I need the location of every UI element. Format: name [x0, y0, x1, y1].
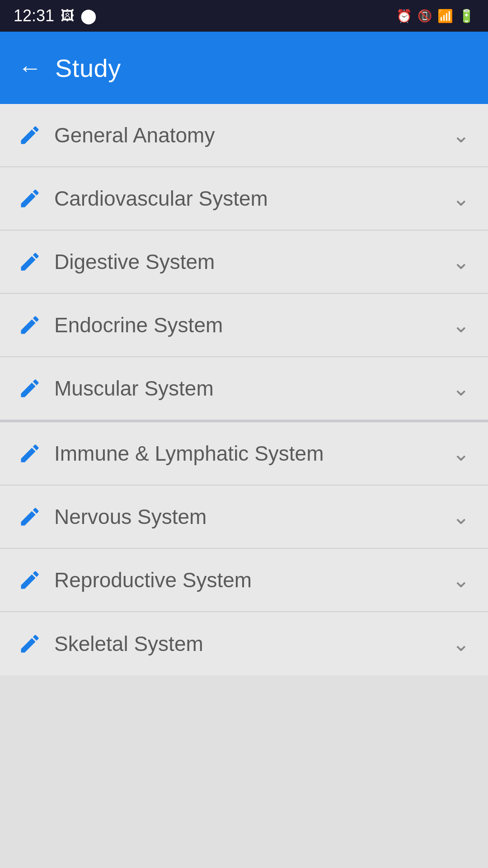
edit-icon-digestive-system [18, 250, 42, 274]
list-item-left-reproductive-system: Reproductive System [18, 568, 252, 592]
circle-icon: ⬤ [80, 7, 97, 24]
chevron-down-icon-cardiovascular-system: ⌄ [452, 186, 470, 211]
list-item-left-cardiovascular-system: Cardiovascular System [18, 186, 268, 211]
list-item-left-digestive-system: Digestive System [18, 250, 215, 274]
list-item-label-muscular-system: Muscular System [54, 376, 214, 401]
list-item-skeletal-system[interactable]: Skeletal System ⌄ [0, 612, 488, 675]
list-item-label-cardiovascular-system: Cardiovascular System [54, 186, 268, 211]
alarm-icon: ⏰ [396, 9, 412, 24]
signal-icon: 📶 [437, 9, 453, 24]
list-item-general-anatomy[interactable]: General Anatomy ⌄ [0, 104, 488, 167]
status-bar-right: ⏰ 📵 📶 🔋 [396, 9, 474, 24]
list-item-left-muscular-system: Muscular System [18, 376, 214, 401]
edit-icon-immune-lymphatic-system [18, 442, 42, 465]
chevron-down-icon-skeletal-system: ⌄ [452, 632, 470, 656]
edit-icon-nervous-system [18, 505, 42, 528]
chevron-down-icon-immune-lymphatic-system: ⌄ [452, 441, 470, 466]
list-item-label-general-anatomy: General Anatomy [54, 123, 215, 147]
image-icon: 🖼 [61, 8, 74, 24]
edit-icon-reproductive-system [18, 568, 42, 592]
list-item-left-nervous-system: Nervous System [18, 505, 206, 529]
list-item-nervous-system[interactable]: Nervous System ⌄ [0, 486, 488, 549]
chevron-down-icon-muscular-system: ⌄ [452, 376, 470, 401]
list-item-muscular-system[interactable]: Muscular System ⌄ [0, 357, 488, 420]
back-button[interactable]: ← [18, 56, 42, 80]
edit-icon-cardiovascular-system [18, 187, 42, 210]
list-item-label-nervous-system: Nervous System [54, 505, 206, 529]
signal-x-icon: 📵 [418, 9, 432, 23]
edit-icon-muscular-system [18, 377, 42, 400]
list-item-label-skeletal-system: Skeletal System [54, 632, 203, 656]
list-item-left-immune-lymphatic-system: Immune & Lymphatic System [18, 441, 324, 466]
list-item-immune-lymphatic-system[interactable]: Immune & Lymphatic System ⌄ [0, 422, 488, 486]
list-item-label-immune-lymphatic-system: Immune & Lymphatic System [54, 441, 324, 466]
status-bar: 12:31 🖼 ⬤ ⏰ 📵 📶 🔋 [0, 0, 488, 32]
list-item-endocrine-system[interactable]: Endocrine System ⌄ [0, 294, 488, 357]
status-bar-left: 12:31 🖼 ⬤ [14, 6, 97, 25]
battery-icon: 🔋 [459, 9, 474, 24]
chevron-down-icon-endocrine-system: ⌄ [452, 313, 470, 337]
list-item-label-reproductive-system: Reproductive System [54, 568, 252, 592]
list-item-digestive-system[interactable]: Digestive System ⌄ [0, 231, 488, 294]
study-list: General Anatomy ⌄ Cardiovascular System … [0, 104, 488, 675]
list-item-label-endocrine-system: Endocrine System [54, 313, 223, 337]
edit-icon-general-anatomy [18, 123, 42, 147]
chevron-down-icon-reproductive-system: ⌄ [452, 568, 470, 592]
list-item-left-skeletal-system: Skeletal System [18, 632, 203, 656]
edit-icon-skeletal-system [18, 632, 42, 656]
list-item-cardiovascular-system[interactable]: Cardiovascular System ⌄ [0, 167, 488, 231]
status-time: 12:31 [14, 6, 54, 25]
chevron-down-icon-general-anatomy: ⌄ [452, 123, 470, 147]
list-item-left-general-anatomy: General Anatomy [18, 123, 215, 147]
edit-icon-endocrine-system [18, 313, 42, 337]
chevron-down-icon-nervous-system: ⌄ [452, 505, 470, 529]
list-item-reproductive-system[interactable]: Reproductive System ⌄ [0, 549, 488, 612]
page-title: Study [55, 53, 121, 83]
list-item-left-endocrine-system: Endocrine System [18, 313, 223, 337]
list-item-label-digestive-system: Digestive System [54, 250, 215, 274]
app-bar: ← Study [0, 32, 488, 104]
chevron-down-icon-digestive-system: ⌄ [452, 250, 470, 274]
